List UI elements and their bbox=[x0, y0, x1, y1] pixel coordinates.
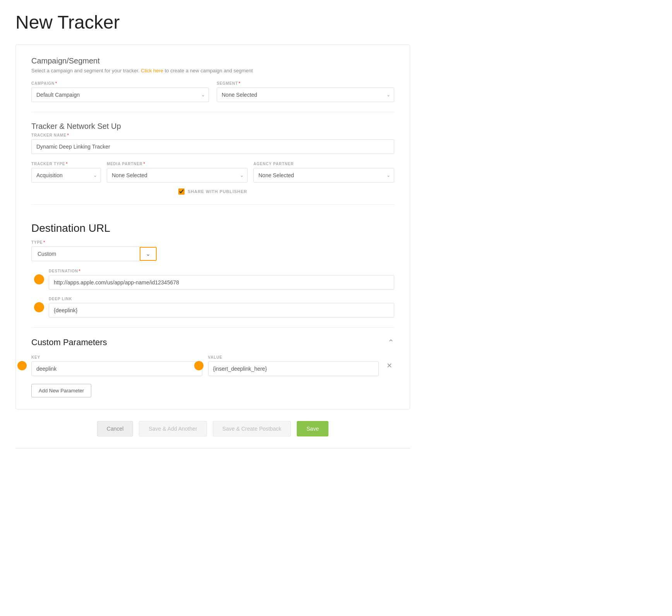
bottom-divider bbox=[15, 448, 410, 448]
tracker-type-field: TRACKER TYPE* Acquisition ⌄ bbox=[31, 162, 101, 183]
media-partner-select-wrapper: None Selected ⌄ bbox=[107, 168, 248, 183]
tracker-name-label: TRACKER NAME* bbox=[31, 133, 394, 137]
divider-2 bbox=[31, 204, 394, 205]
share-publisher-checkbox[interactable] bbox=[178, 188, 185, 195]
share-publisher-label: SHARE WITH PUBLISHER bbox=[188, 189, 247, 194]
key-label: KEY bbox=[31, 355, 202, 359]
agency-partner-label: AGENCY PARTNER bbox=[253, 162, 394, 166]
type-row: TYPE* Custom ⌄ bbox=[31, 240, 394, 261]
campaign-desc-post: to create a new campaign and segment bbox=[165, 68, 253, 74]
agency-partner-field: AGENCY PARTNER None Selected ⌄ bbox=[253, 162, 394, 183]
campaign-desc-pre: Select a campaign and segment for your t… bbox=[31, 68, 140, 74]
agency-partner-select-wrapper: None Selected ⌄ bbox=[253, 168, 394, 183]
campaign-select[interactable]: Default Campaign bbox=[31, 87, 209, 102]
deep-link-dot-indicator bbox=[34, 302, 44, 312]
campaign-section-title: Campaign/Segment bbox=[31, 56, 394, 65]
tracker-section-title: Tracker & Network Set Up bbox=[31, 122, 394, 131]
media-partner-label: MEDIA PARTNER* bbox=[107, 162, 248, 166]
tracker-name-input[interactable] bbox=[31, 139, 394, 154]
campaign-click-here-link[interactable]: Click here bbox=[141, 68, 163, 74]
destination-url-section: Destination URL TYPE* Custom ⌄ DESTINATI… bbox=[31, 214, 394, 318]
share-publisher-row: SHARE WITH PUBLISHER bbox=[31, 188, 394, 195]
url-fields-group: DESTINATION* DEEP LINK bbox=[49, 269, 394, 318]
key-dot-indicator bbox=[17, 361, 27, 370]
destination-dot-indicator bbox=[34, 274, 44, 284]
tracker-name-field: TRACKER NAME* bbox=[31, 133, 394, 154]
value-dot-indicator bbox=[194, 361, 203, 370]
destination-url-title: Destination URL bbox=[31, 222, 394, 234]
custom-params-title: Custom Parameters bbox=[31, 337, 107, 347]
tracker-type-label: TRACKER TYPE* bbox=[31, 162, 101, 166]
tracker-type-row: TRACKER TYPE* Acquisition ⌄ MEDIA PARTNE… bbox=[31, 162, 394, 183]
cancel-button[interactable]: Cancel bbox=[97, 421, 133, 436]
type-dropdown-button[interactable]: ⌄ bbox=[140, 247, 157, 261]
segment-select-wrapper: None Selected ⌄ bbox=[217, 87, 394, 102]
divider-1 bbox=[31, 112, 394, 112]
key-field: KEY bbox=[31, 355, 202, 376]
tracker-type-select[interactable]: Acquisition bbox=[31, 168, 101, 183]
page-title: New Tracker bbox=[15, 12, 410, 33]
custom-parameters-section: Custom Parameters ⌃ KEY VALUE ✕ Add New … bbox=[31, 337, 394, 397]
save-button[interactable]: Save bbox=[297, 421, 328, 436]
destination-label: DESTINATION* bbox=[49, 269, 394, 273]
media-partner-field: MEDIA PARTNER* None Selected ⌄ bbox=[107, 162, 248, 183]
deep-link-label: DEEP LINK bbox=[49, 297, 394, 301]
tracker-type-select-wrapper: Acquisition ⌄ bbox=[31, 168, 101, 183]
remove-parameter-button[interactable]: ✕ bbox=[385, 359, 394, 372]
segment-select[interactable]: None Selected bbox=[217, 87, 394, 102]
campaign-field: CAMPAIGN* Default Campaign ⌄ bbox=[31, 81, 209, 102]
destination-field-wrapper: DESTINATION* bbox=[49, 269, 394, 290]
agency-partner-select[interactable]: None Selected bbox=[253, 168, 394, 183]
value-input[interactable] bbox=[208, 361, 379, 376]
footer-actions: Cancel Save & Add Another Save & Create … bbox=[15, 409, 410, 440]
value-field: VALUE bbox=[208, 355, 379, 376]
deep-link-field-wrapper: DEEP LINK bbox=[49, 297, 394, 318]
main-card: Campaign/Segment Select a campaign and s… bbox=[15, 44, 410, 409]
add-parameter-button[interactable]: Add New Parameter bbox=[31, 384, 91, 397]
type-field: TYPE* Custom ⌄ bbox=[31, 240, 157, 261]
campaign-segment-row: CAMPAIGN* Default Campaign ⌄ SEGMENT* No… bbox=[31, 81, 394, 102]
type-select-wrapper: Custom ⌄ bbox=[31, 246, 157, 261]
custom-params-header: Custom Parameters ⌃ bbox=[31, 337, 394, 347]
tracker-network-section: Tracker & Network Set Up TRACKER NAME* T… bbox=[31, 122, 394, 195]
campaign-select-wrapper: Default Campaign ⌄ bbox=[31, 87, 209, 102]
campaign-label: CAMPAIGN* bbox=[31, 81, 209, 86]
campaign-segment-section: Campaign/Segment Select a campaign and s… bbox=[31, 56, 394, 102]
parameter-row: KEY VALUE ✕ bbox=[31, 355, 394, 376]
key-input[interactable] bbox=[31, 361, 202, 376]
campaign-section-desc: Select a campaign and segment for your t… bbox=[31, 68, 394, 74]
tracker-name-row: TRACKER NAME* bbox=[31, 133, 394, 154]
divider-3 bbox=[31, 327, 394, 328]
media-partner-select[interactable]: None Selected bbox=[107, 168, 248, 183]
value-label: VALUE bbox=[208, 355, 379, 359]
type-value-display: Custom bbox=[31, 246, 140, 261]
collapse-icon[interactable]: ⌃ bbox=[388, 338, 394, 347]
segment-field: SEGMENT* None Selected ⌄ bbox=[217, 81, 394, 102]
save-add-another-button[interactable]: Save & Add Another bbox=[139, 421, 207, 436]
destination-input[interactable] bbox=[49, 275, 394, 290]
deep-link-input[interactable] bbox=[49, 303, 394, 318]
save-create-postback-button[interactable]: Save & Create Postback bbox=[213, 421, 291, 436]
type-label: TYPE* bbox=[31, 240, 157, 245]
segment-label: SEGMENT* bbox=[217, 81, 394, 86]
